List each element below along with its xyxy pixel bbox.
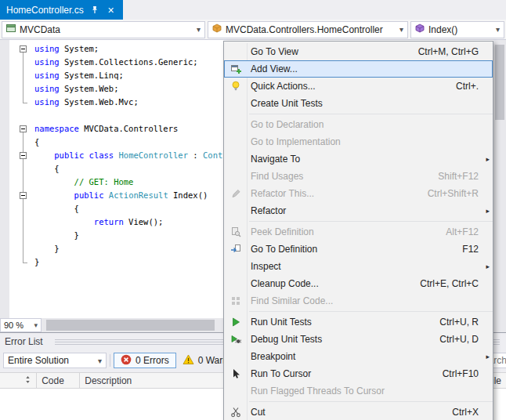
menu-item-label: Cleanup Code... <box>251 278 319 289</box>
menu-item-label: Cut <box>251 407 266 418</box>
submenu-arrow-icon: ▸ <box>480 262 490 270</box>
vertical-scrollbar[interactable] <box>493 40 506 318</box>
cut-icon <box>226 407 246 418</box>
menu-item-run-unit-tests[interactable]: Run Unit TestsCtrl+U, R <box>224 313 493 331</box>
horizontal-scrollbar-thumb[interactable] <box>46 320 215 331</box>
errors-filter-button[interactable]: 0 Errors <box>114 353 176 368</box>
menu-item-label: Inspect <box>251 261 281 272</box>
menu-item-go-to-view[interactable]: Go To ViewCtrl+M, Ctrl+G <box>224 43 493 60</box>
menu-item-label: Peek Definition <box>251 226 314 237</box>
breakpoint-margin[interactable] <box>0 40 9 318</box>
peek-icon <box>226 226 246 237</box>
goto-def-icon <box>226 244 246 255</box>
menu-item-go-to-declaration: Go to Declaration <box>224 116 493 133</box>
menu-item-create-unit-tests[interactable]: Create Unit Tests <box>224 95 493 112</box>
error-icon <box>121 354 132 368</box>
menu-item-shortcut: Ctrl+X <box>452 407 480 418</box>
menu-item-shortcut: Ctrl+E, Ctrl+C <box>420 278 480 289</box>
menu-item-shortcut: Ctrl+Shift+R <box>428 188 480 199</box>
menu-item-shortcut: Alt+F12 <box>446 226 480 237</box>
refactor-icon <box>226 188 246 199</box>
menu-item-label: Go to Implementation <box>251 136 341 147</box>
submenu-arrow-icon: ▸ <box>480 353 490 360</box>
vs-window: HomeController.cs × MVCData ▾ MVCData.Co… <box>0 0 506 420</box>
class-icon <box>212 24 222 35</box>
vertical-scrollbar-thumb[interactable] <box>495 45 504 120</box>
run-cursor-icon <box>226 368 246 379</box>
menu-item-cut[interactable]: CutCtrl+X <box>224 404 493 420</box>
run-tests-icon <box>226 317 246 328</box>
chevron-down-icon[interactable]: ▾ <box>197 25 201 34</box>
menu-item-label: Run Flagged Threads To Cursor <box>251 386 385 396</box>
tab-homecontroller[interactable]: HomeController.cs × <box>0 0 123 20</box>
member-dropdown[interactable]: Index() ▾ <box>410 21 504 38</box>
zoom-dropdown[interactable]: 90 % ▾ <box>0 318 42 332</box>
outline-guide-line <box>23 52 23 103</box>
code-column-header[interactable]: Code <box>37 373 80 388</box>
project-dropdown[interactable]: MVCData ▾ <box>2 21 205 38</box>
pin-icon[interactable] <box>89 5 100 16</box>
scope-dropdown-label: Entire Solution <box>8 355 69 366</box>
context-menu: Go To ViewCtrl+M, Ctrl+GAdd View...Quick… <box>223 41 493 420</box>
menu-item-shortcut: Ctrl+U, R <box>439 317 480 328</box>
chevron-down-icon[interactable]: ▾ <box>98 357 102 365</box>
tab-title: HomeController.cs <box>6 5 84 16</box>
menu-item-refactor[interactable]: Refactor▸ <box>224 202 493 219</box>
collapse-toggle-icon[interactable] <box>20 192 27 199</box>
menu-item-shortcut: F12 <box>462 244 480 255</box>
collapse-toggle-icon[interactable] <box>20 152 27 159</box>
menu-item-quick-actions[interactable]: Quick Actions...Ctrl+. <box>224 78 493 95</box>
menu-separator <box>249 311 493 312</box>
menu-item-debug-unit-tests[interactable]: Debug Unit TestsCtrl+U, D <box>224 331 493 348</box>
chevron-down-icon[interactable]: ▾ <box>496 25 500 34</box>
menu-item-label: Navigate To <box>251 154 300 165</box>
project-dropdown-label: MVCData <box>20 24 60 35</box>
find-similar-icon <box>226 295 246 306</box>
close-icon[interactable]: × <box>106 5 117 16</box>
lightbulb-icon <box>226 81 246 92</box>
menu-separator <box>249 221 493 222</box>
menu-item-breakpoint[interactable]: Breakpoint▸ <box>224 348 493 365</box>
menu-item-go-to-implementation: Go to Implementation <box>224 133 493 150</box>
menu-item-label: Go To View <box>251 46 298 57</box>
menu-item-label: Add View... <box>251 63 298 74</box>
menu-item-shortcut: Ctrl+U, D <box>439 334 480 345</box>
navigation-bar: MVCData ▾ MVCData.Controllers.HomeContro… <box>0 20 506 40</box>
chevron-down-icon[interactable]: ▾ <box>399 25 403 34</box>
menu-item-peek-definition: Peek DefinitionAlt+F12 <box>224 223 493 241</box>
menu-item-run-flagged-threads-to-cursor: Run Flagged Threads To Cursor <box>224 382 493 400</box>
menu-item-shortcut: Ctrl+M, Ctrl+G <box>418 46 480 57</box>
menu-item-shortcut: Ctrl+F10 <box>443 368 480 379</box>
severity-column-header[interactable] <box>0 373 37 388</box>
menu-item-label: Run To Cursor <box>251 368 311 379</box>
menu-item-label: Find Usages <box>251 171 303 182</box>
menu-item-add-view[interactable]: Add View... <box>224 60 493 78</box>
outline-guide-tick <box>23 262 27 263</box>
outline-margin <box>9 40 34 318</box>
menu-item-label: Go to Declaration <box>251 119 323 130</box>
menu-item-navigate-to[interactable]: Navigate To▸ <box>224 150 493 168</box>
menu-item-refactor-this: Refactor This...Ctrl+Shift+R <box>224 185 493 202</box>
menu-item-label: Go To Definition <box>251 244 317 255</box>
menu-item-cleanup-code[interactable]: Cleanup Code...Ctrl+E, Ctrl+C <box>224 275 493 292</box>
menu-item-run-to-cursor[interactable]: Run To CursorCtrl+F10 <box>224 365 493 382</box>
member-dropdown-label: Index() <box>428 24 457 35</box>
type-dropdown[interactable]: MVCData.Controllers.HomeController ▾ <box>208 21 408 38</box>
menu-item-label: Create Unit Tests <box>251 98 323 109</box>
menu-item-inspect[interactable]: Inspect▸ <box>224 258 493 275</box>
project-icon <box>6 24 16 35</box>
outline-guide-tick <box>23 103 27 103</box>
submenu-arrow-icon: ▸ <box>480 207 490 215</box>
warning-icon <box>183 354 194 368</box>
severity-sort-icon <box>24 375 31 386</box>
error-list-title: Error List <box>5 336 43 347</box>
collapse-toggle-icon[interactable] <box>20 125 27 132</box>
scope-dropdown[interactable]: Entire Solution ▾ <box>3 353 107 368</box>
menu-separator <box>249 114 493 114</box>
chevron-down-icon[interactable]: ▾ <box>34 321 38 329</box>
menu-item-shortcut: Shift+F12 <box>438 171 480 182</box>
document-tab-strip: HomeController.cs × <box>0 0 506 20</box>
collapse-toggle-icon[interactable] <box>20 45 27 52</box>
add-view-icon <box>226 63 246 74</box>
menu-item-go-to-definition[interactable]: Go To DefinitionF12 <box>224 241 493 258</box>
